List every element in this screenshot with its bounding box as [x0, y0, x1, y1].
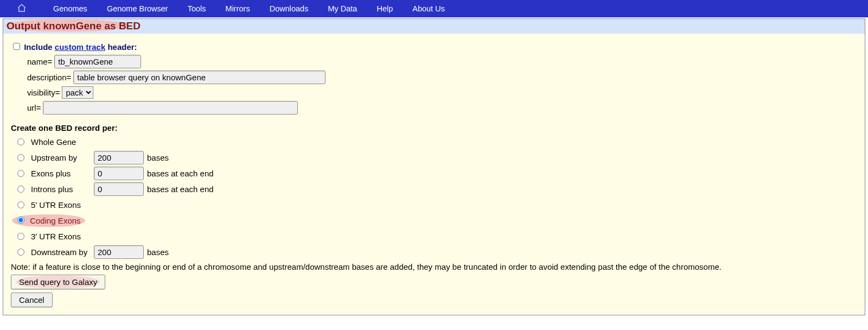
nav-downloads[interactable]: Downloads: [260, 0, 318, 17]
description-row: description=: [27, 71, 857, 84]
visibility-select[interactable]: pack: [62, 86, 93, 99]
suffix-exons-plus: bases at each end: [147, 169, 214, 178]
label-introns-plus: Introns plus: [31, 185, 91, 194]
opt-whole-gene: Whole Gene: [17, 135, 857, 149]
name-input[interactable]: [54, 55, 141, 68]
nav-mirrors[interactable]: Mirrors: [216, 0, 260, 17]
truncation-note: Note: if a feature is close to the begin…: [11, 262, 857, 271]
opt-5utr: 5' UTR Exons: [17, 198, 857, 212]
include-header-row: Include custom track header:: [11, 41, 857, 52]
radio-introns-plus[interactable]: [17, 186, 24, 193]
bed-record-heading: Create one BED record per:: [11, 123, 857, 132]
include-header-checkbox[interactable]: [13, 43, 20, 50]
label-whole-gene: Whole Gene: [31, 137, 91, 147]
nav-help[interactable]: Help: [367, 0, 403, 17]
radio-coding[interactable]: [17, 217, 24, 224]
nav-genomes[interactable]: Genomes: [43, 0, 97, 17]
button-row: Send query to Galaxy: [11, 275, 857, 289]
radio-whole-gene[interactable]: [17, 138, 24, 145]
radio-5utr[interactable]: [17, 201, 24, 208]
label-coding: Coding Exons: [30, 216, 80, 225]
url-row: url=: [27, 101, 857, 115]
suffix-introns-plus: bases at each end: [147, 185, 214, 194]
visibility-label: visibility=: [27, 88, 60, 97]
label-3utr: 3' UTR Exons: [31, 232, 91, 241]
include-prefix: Include: [24, 42, 55, 52]
include-header-label: Include custom track header:: [24, 42, 137, 52]
top-navbar: Genomes Genome Browser Tools Mirrors Dow…: [0, 0, 868, 17]
label-upstream: Upstream by: [31, 153, 91, 162]
description-label: description=: [27, 73, 71, 82]
nav-tools[interactable]: Tools: [178, 0, 216, 17]
name-row: name=: [27, 55, 857, 68]
name-label: name=: [27, 57, 52, 66]
nav-genome-browser[interactable]: Genome Browser: [97, 0, 178, 17]
opt-downstream: Downstream by bases: [17, 245, 857, 259]
radio-upstream[interactable]: [17, 154, 24, 161]
page-title: Output knownGene as BED: [7, 20, 141, 31]
input-introns-plus[interactable]: [94, 182, 144, 196]
cancel-button[interactable]: Cancel: [11, 293, 53, 307]
cancel-row: Cancel: [11, 293, 857, 307]
coding-highlight: Coding Exons: [17, 216, 81, 225]
send-highlight: Send query to Galaxy: [11, 275, 105, 289]
input-downstream[interactable]: [94, 245, 144, 259]
page-container: Output knownGene as BED Include custom t…: [3, 18, 865, 315]
send-query-button[interactable]: Send query to Galaxy: [11, 275, 105, 289]
page-title-bar: Output knownGene as BED: [3, 19, 865, 34]
label-5utr: 5' UTR Exons: [31, 200, 91, 210]
opt-exons-plus: Exons plus bases at each end: [17, 166, 857, 180]
description-input[interactable]: [73, 71, 326, 84]
include-suffix: header:: [105, 42, 137, 52]
opt-coding: Coding Exons: [17, 213, 857, 227]
suffix-downstream: bases: [147, 248, 169, 257]
input-upstream[interactable]: [94, 151, 144, 164]
radio-exons-plus[interactable]: [17, 170, 24, 177]
url-label: url=: [27, 103, 41, 112]
form-content: Include custom track header: name= descr…: [3, 34, 865, 315]
opt-upstream: Upstream by bases: [17, 150, 857, 164]
url-input[interactable]: [43, 101, 298, 115]
nav-my-data[interactable]: My Data: [318, 0, 367, 17]
suffix-upstream: bases: [147, 153, 169, 162]
visibility-row: visibility= pack: [27, 86, 857, 99]
radio-3utr[interactable]: [17, 233, 24, 240]
label-downstream: Downstream by: [31, 248, 91, 257]
input-exons-plus[interactable]: [94, 167, 144, 180]
label-exons-plus: Exons plus: [31, 169, 91, 178]
custom-track-link[interactable]: custom track: [55, 42, 105, 52]
home-icon[interactable]: [16, 3, 27, 15]
opt-3utr: 3' UTR Exons: [17, 229, 857, 243]
opt-introns-plus: Introns plus bases at each end: [17, 182, 857, 196]
radio-downstream[interactable]: [17, 249, 24, 256]
nav-about-us[interactable]: About Us: [403, 0, 455, 17]
